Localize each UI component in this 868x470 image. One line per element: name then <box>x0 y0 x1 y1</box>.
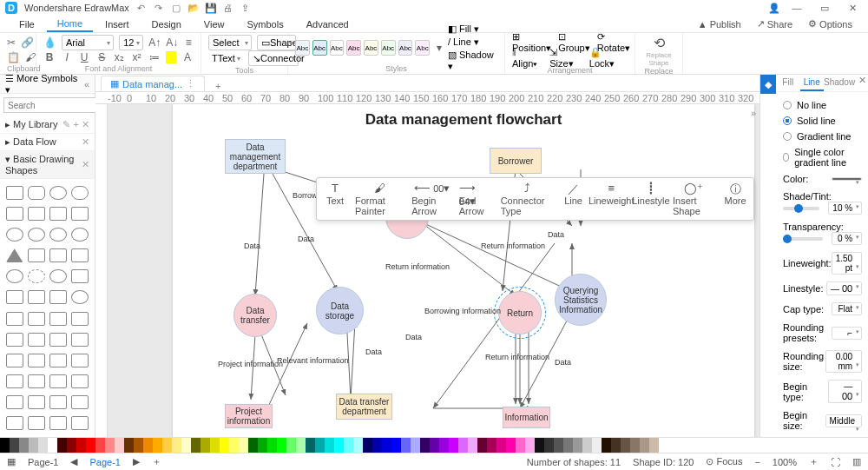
opt-noline[interactable]: No line <box>783 97 862 113</box>
save-icon[interactable]: 💾 <box>206 3 216 13</box>
collapse-left-icon[interactable]: « <box>84 79 89 89</box>
palette-color[interactable] <box>573 438 582 453</box>
shape-42[interactable] <box>28 395 45 409</box>
lw-val[interactable]: 1.50 pt <box>832 252 862 275</box>
underline-button[interactable]: U <box>78 50 90 64</box>
palette-color[interactable] <box>86 438 95 453</box>
node-qsi[interactable]: Querying Statistics Information <box>555 274 607 326</box>
shape-27[interactable] <box>49 312 67 326</box>
shape-11[interactable] <box>49 228 67 242</box>
page-selector[interactable]: Page-1 <box>89 457 120 467</box>
palette-color[interactable] <box>563 438 573 453</box>
shape-44[interactable] <box>71 395 89 409</box>
opt-sgrad[interactable]: Single color gradient line <box>783 144 862 170</box>
ft-linestyle[interactable]: ┋Linestyle <box>636 182 666 216</box>
publish-button[interactable]: ▲Publish <box>691 17 748 31</box>
style-swatch-1[interactable]: Abc <box>295 40 310 56</box>
palette-color[interactable] <box>382 438 391 453</box>
palette-color[interactable] <box>582 438 592 453</box>
zoom-in-icon[interactable]: ＋ <box>809 455 819 468</box>
palette-color[interactable] <box>153 438 162 453</box>
options-button[interactable]: ⚙Options <box>801 17 859 31</box>
palette-color[interactable] <box>487 438 496 453</box>
shape-20[interactable] <box>71 269 89 283</box>
node-dstorage[interactable]: Data storage <box>316 287 364 334</box>
shape-22[interactable] <box>28 290 45 304</box>
shape-31[interactable] <box>49 333 67 347</box>
shape-24[interactable] <box>71 290 89 304</box>
shape-39[interactable] <box>49 374 67 388</box>
shape-18[interactable] <box>28 269 45 283</box>
shape-12[interactable] <box>71 228 89 242</box>
ft-more[interactable]: ⓘMore <box>722 182 748 216</box>
cap-val[interactable]: Flat <box>832 302 862 315</box>
node-dmd[interactable]: Data management department <box>225 139 286 174</box>
export-icon[interactable]: ⇪ <box>240 3 251 13</box>
transp-slider[interactable] <box>783 237 823 241</box>
shape-14[interactable] <box>28 248 45 262</box>
line-button[interactable]: / Line ▾ <box>448 36 497 48</box>
color-swatch[interactable] <box>832 177 862 181</box>
focus-button[interactable]: ⊙ Focus <box>706 456 742 467</box>
shape-48[interactable] <box>71 416 89 430</box>
style-swatch-3[interactable]: Abc <box>330 40 345 56</box>
font-color-icon[interactable]: A <box>181 50 194 64</box>
highlight-icon[interactable] <box>166 51 176 63</box>
menu-file[interactable]: File <box>9 17 45 31</box>
palette-color[interactable] <box>19 438 29 453</box>
shape-46[interactable] <box>28 416 45 430</box>
palette-color[interactable] <box>621 438 630 453</box>
minimize-button[interactable]: — <box>786 3 807 13</box>
shape-tri[interactable] <box>6 248 23 262</box>
node-dtdep[interactable]: Data transfer department <box>336 394 392 420</box>
shape-47[interactable] <box>49 416 67 430</box>
palette-color[interactable] <box>95 438 105 453</box>
shape-29[interactable] <box>6 333 23 347</box>
palette-color[interactable] <box>554 438 563 453</box>
shape-6[interactable] <box>28 207 45 221</box>
decrease-font-icon[interactable]: A↓ <box>166 36 178 50</box>
shape-36[interactable] <box>71 354 89 367</box>
rp-style-tab-icon[interactable]: ◆ <box>760 75 776 94</box>
palette-color[interactable] <box>115 438 124 453</box>
style-swatch-7[interactable]: Abc <box>398 40 413 56</box>
menu-symbols[interactable]: Symbols <box>237 17 294 31</box>
shade-val[interactable]: 10 % <box>828 202 862 215</box>
rs-val[interactable]: 0.00 mm <box>825 350 862 373</box>
palette-color[interactable] <box>630 438 640 453</box>
palette-color[interactable] <box>296 438 306 453</box>
rp-close-icon[interactable]: ✕ <box>855 75 868 91</box>
palette-color[interactable] <box>124 438 134 453</box>
ft-lineweight[interactable]: ≡Lineweight <box>594 182 629 216</box>
style-swatch-6[interactable]: Abc <box>381 40 396 56</box>
shape-8[interactable] <box>71 207 89 221</box>
close-button[interactable]: ✕ <box>842 3 863 14</box>
opt-solid[interactable]: Solid line <box>783 113 862 129</box>
bt-val[interactable]: — 00 <box>828 380 862 403</box>
menu-design[interactable]: Design <box>141 17 192 31</box>
bold-button[interactable]: B <box>43 50 56 64</box>
shape-35[interactable] <box>49 354 67 367</box>
palette-color[interactable] <box>411 438 420 453</box>
strike-button[interactable]: S <box>95 50 108 64</box>
sub-icon[interactable]: x₂ <box>113 50 125 64</box>
increase-font-icon[interactable]: A↑ <box>148 36 161 50</box>
shape-16[interactable] <box>71 248 89 262</box>
ft-format-painter[interactable]: 🖌Format Painter <box>355 182 404 216</box>
palette-color[interactable] <box>544 438 554 453</box>
ft-end-arrow[interactable]: ⟶ 04▾End Arrow <box>459 182 494 216</box>
shape-26[interactable] <box>28 312 45 326</box>
shape-21[interactable] <box>6 290 23 304</box>
opt-gradient[interactable]: Gradient line <box>783 129 862 144</box>
palette-color[interactable] <box>210 438 220 453</box>
palette-color[interactable] <box>258 438 267 453</box>
cat-data-flow[interactable]: ▸ Data Flow✕ <box>0 134 95 151</box>
shape-25[interactable] <box>6 312 23 326</box>
shape-15[interactable] <box>49 248 67 262</box>
canvas[interactable]: Data management flowchart <box>108 104 760 437</box>
shape-28[interactable] <box>71 312 89 326</box>
palette-color[interactable] <box>48 438 57 453</box>
node-return[interactable]: Return <box>498 291 542 334</box>
text-tool[interactable]: T Text <box>208 50 243 66</box>
tab-menu-icon[interactable]: ⋮ <box>186 78 195 89</box>
